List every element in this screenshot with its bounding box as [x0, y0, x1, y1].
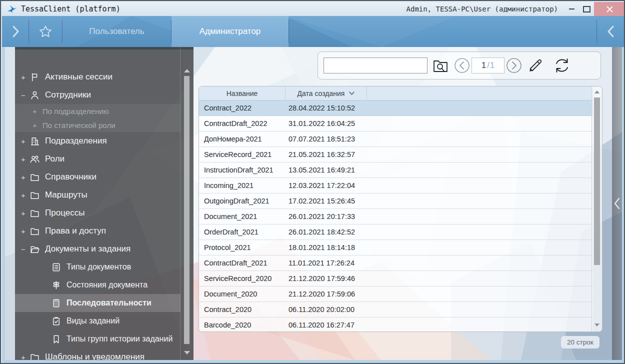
table-row[interactable]: ServiceRecord_202121.05.2021 16:32:57 — [199, 147, 593, 162]
table-row[interactable]: Contract_202228.04.2022 15:10:52 — [199, 100, 593, 116]
column-header-label: Дата создания — [298, 90, 345, 98]
scroll-down-arrow[interactable] — [594, 324, 600, 326]
folder-icon — [30, 352, 45, 360]
sidebar-item-label: Сотрудники — [45, 90, 91, 100]
cell-name: Contract_2022 — [199, 100, 285, 116]
tree-expander-icon[interactable]: + — [32, 108, 42, 115]
right-panel-expander[interactable] — [612, 47, 622, 360]
sidebar-item-by-department[interactable]: +По подразделению — [15, 104, 180, 118]
page-total: 1 — [490, 60, 494, 70]
cell-name: ДопНомера-2021 — [199, 132, 285, 146]
table-row[interactable]: ДопНомера-202107.07.2021 18:51:23 — [199, 132, 593, 147]
sidebar-item-employees[interactable]: −Сотрудники — [15, 86, 180, 104]
table-row[interactable]: Protocol_202118.01.2021 18:14:18 — [199, 240, 593, 256]
left-panel-expander[interactable] — [3, 195, 14, 211]
tree-expander-icon[interactable]: + — [21, 174, 30, 181]
sidebar-item-templates-notifications[interactable]: +Шаблоны и уведомления — [15, 348, 180, 360]
table-row[interactable]: Document_202021.12.2020 17:59:06 — [199, 286, 593, 302]
table-row[interactable]: ContractDraft_202111.01.2021 17:26:24 — [199, 256, 593, 271]
scroll-down-arrow[interactable] — [184, 351, 190, 354]
table-row[interactable]: ServiceRecord_202021.12.2020 17:59:46 — [199, 271, 593, 286]
sidebar-item-task-history-group-types[interactable]: Типы групп истории заданий — [15, 330, 180, 348]
refresh-button[interactable] — [548, 56, 576, 74]
table-row[interactable]: ContractDraft_202231.01.2022 16:04:25 — [199, 116, 593, 132]
cell-name: InstructionDraft_2021 — [199, 162, 285, 178]
sidebar-item-docs-and-tasks[interactable]: −Документы и задания — [15, 240, 180, 258]
next-page-button[interactable] — [506, 58, 522, 74]
cell-created-date: 18.01.2021 18:14:18 — [285, 240, 355, 255]
sidebar-item-active-sessions[interactable]: +Активные сессии — [15, 68, 180, 86]
search-in-view-button[interactable] — [428, 57, 454, 74]
calculator-icon — [51, 298, 66, 308]
sidebar-item-departments[interactable]: +Подразделения — [15, 132, 180, 150]
sidebar-item-document-types[interactable]: Типы документов — [15, 258, 180, 276]
titlebar: TessaClient (platform) Admin, TESSA-PC\U… — [2, 2, 625, 16]
column-header-created[interactable]: Дата создания — [285, 86, 367, 100]
folder-icon — [30, 172, 45, 182]
folder-icon — [30, 190, 45, 200]
cell-created-date: 26.01.2021 18:42:52 — [285, 224, 355, 240]
sidebar-scrollbar-thumb[interactable] — [184, 76, 190, 344]
cell-name: ServiceRecord_2021 — [199, 147, 285, 162]
cell-name: ServiceRecord_2020 — [199, 271, 285, 286]
sidebar-item-by-static-role[interactable]: +По статической роли — [15, 118, 180, 132]
sidebar-item-dictionaries[interactable]: +Справочники — [15, 168, 180, 186]
sidebar-item-label: Активные сессии — [45, 72, 112, 82]
sidebar-item-processes[interactable]: +Процессы — [15, 204, 180, 222]
search-input[interactable] — [324, 58, 428, 74]
flag-icon — [30, 72, 45, 82]
prev-page-button[interactable] — [454, 58, 470, 74]
tree-expander-icon[interactable]: + — [21, 138, 30, 145]
sidebar-item-label: Роли — [45, 154, 64, 164]
close-button[interactable] — [594, 2, 625, 16]
nav-back-button[interactable] — [597, 16, 625, 47]
cell-created-date: 17.02.2021 15:26:45 — [285, 194, 355, 208]
sidebar-item-roles[interactable]: +Роли — [15, 150, 180, 168]
cell-created-date: 06.11.2020 16:27:47 — [285, 318, 354, 332]
sidebar-item-task-kinds[interactable]: Виды заданий — [15, 312, 180, 330]
scroll-up-arrow[interactable] — [184, 69, 190, 72]
tree-expander-icon[interactable]: − — [21, 92, 30, 99]
sidebar-item-label: Шаблоны и уведомления — [45, 352, 144, 360]
chevron-right-icon — [4, 196, 12, 210]
tree-expander-icon[interactable]: + — [21, 74, 30, 81]
table-row[interactable]: Barcode_202006.11.2020 16:27:47 — [199, 318, 593, 332]
sidebar-item-label: Типы документов — [66, 262, 131, 272]
minimize-icon — [569, 8, 574, 10]
tree-expander-icon[interactable]: + — [21, 192, 30, 199]
table-row[interactable]: Document_202126.01.2021 20:17:33 — [199, 209, 593, 224]
maximize-button[interactable] — [579, 2, 594, 16]
edit-button[interactable] — [522, 56, 548, 74]
sidebar-item-routes[interactable]: +Маршруты — [15, 186, 180, 204]
tree-expander-icon[interactable]: − — [21, 246, 30, 253]
table-row[interactable]: Incoming_202112.03.2021 17:22:04 — [199, 178, 593, 194]
favorites-button[interactable] — [29, 16, 62, 47]
sidebar-item-sequences[interactable]: Последовательности — [15, 294, 180, 312]
window-border-bottom — [2, 360, 625, 364]
table-row[interactable]: InstructionDraft_202113.05.2021 16:49:21 — [199, 162, 593, 178]
tree-expander-icon[interactable]: + — [21, 210, 30, 217]
table-scrollbar-thumb[interactable] — [594, 98, 600, 265]
tab-admin[interactable]: Администратор — [172, 16, 288, 47]
table-row[interactable]: OrderDraft_202126.01.2021 18:42:52 — [199, 224, 593, 240]
close-icon — [606, 6, 613, 12]
table-scrollbar[interactable] — [592, 86, 602, 332]
sidebar-item-label: По подразделению — [42, 107, 109, 116]
minimize-button[interactable] — [564, 2, 579, 16]
nav-forward-button[interactable] — [2, 16, 28, 47]
tree-expander-icon[interactable]: + — [21, 156, 30, 163]
tree-expander-icon[interactable]: + — [21, 228, 30, 235]
tab-user[interactable]: Пользователь — [62, 16, 171, 47]
cell-name: Document_2021 — [199, 209, 285, 224]
tree-expander-icon[interactable]: + — [21, 354, 30, 360]
sidebar-item-document-states[interactable]: Состояния документа — [15, 276, 180, 294]
table-row[interactable]: OutgoingDraft_202117.02.2021 15:26:45 — [199, 194, 593, 209]
column-header-name[interactable]: Название — [199, 86, 285, 100]
cell-created-date: 31.01.2022 16:04:25 — [285, 116, 355, 131]
sidebar-item-label: Маршруты — [45, 190, 88, 200]
sidebar-scrollbar[interactable] — [180, 47, 194, 360]
sidebar-item-rights-access[interactable]: +Права и доступ — [15, 222, 180, 240]
table-row[interactable]: Contract_202006.11.2020 20:02:00 — [199, 302, 593, 318]
tree-expander-icon[interactable]: + — [32, 122, 42, 129]
scroll-up-arrow[interactable] — [594, 90, 600, 94]
